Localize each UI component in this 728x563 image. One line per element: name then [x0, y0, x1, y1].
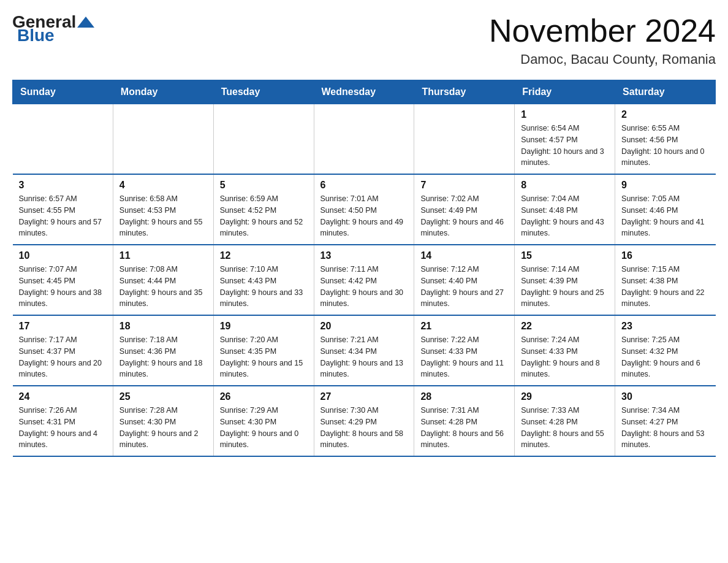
day-number: 17: [19, 321, 107, 332]
calendar-cell: 7Sunrise: 7:02 AMSunset: 4:49 PMDaylight…: [414, 174, 515, 245]
calendar-cell: 24Sunrise: 7:26 AMSunset: 4:31 PMDayligh…: [13, 386, 113, 456]
day-info: Sunrise: 7:01 AMSunset: 4:50 PMDaylight:…: [320, 193, 408, 239]
calendar-cell: 27Sunrise: 7:30 AMSunset: 4:29 PMDayligh…: [314, 386, 414, 456]
day-of-week-header: Wednesday: [314, 80, 414, 104]
day-number: 2: [621, 109, 709, 120]
day-info: Sunrise: 7:21 AMSunset: 4:34 PMDaylight:…: [320, 334, 408, 380]
day-info: Sunrise: 6:55 AMSunset: 4:56 PMDaylight:…: [621, 123, 709, 169]
day-number: 15: [521, 250, 609, 261]
day-of-week-header: Tuesday: [213, 80, 314, 104]
day-number: 8: [521, 180, 609, 191]
calendar-cell: 18Sunrise: 7:18 AMSunset: 4:36 PMDayligh…: [113, 315, 213, 386]
day-info: Sunrise: 6:57 AMSunset: 4:55 PMDaylight:…: [19, 193, 107, 239]
day-info: Sunrise: 7:07 AMSunset: 4:45 PMDaylight:…: [19, 264, 107, 310]
day-number: 10: [19, 250, 107, 261]
day-info: Sunrise: 7:24 AMSunset: 4:33 PMDaylight:…: [521, 334, 609, 380]
calendar-table: SundayMondayTuesdayWednesdayThursdayFrid…: [12, 80, 716, 457]
title-section: November 2024 Damoc, Bacau County, Roman…: [489, 12, 716, 67]
day-number: 23: [621, 321, 709, 332]
day-info: Sunrise: 7:11 AMSunset: 4:42 PMDaylight:…: [320, 264, 408, 310]
day-info: Sunrise: 7:02 AMSunset: 4:49 PMDaylight:…: [420, 193, 508, 239]
day-info: Sunrise: 7:12 AMSunset: 4:40 PMDaylight:…: [420, 264, 508, 310]
day-info: Sunrise: 7:14 AMSunset: 4:39 PMDaylight:…: [521, 264, 609, 310]
day-number: 16: [621, 250, 709, 261]
day-number: 5: [220, 180, 308, 191]
day-number: 22: [521, 321, 609, 332]
logo-blue-text: Blue: [17, 26, 55, 45]
calendar-cell: 21Sunrise: 7:22 AMSunset: 4:33 PMDayligh…: [414, 315, 515, 386]
day-info: Sunrise: 7:30 AMSunset: 4:29 PMDaylight:…: [320, 405, 408, 451]
day-info: Sunrise: 7:10 AMSunset: 4:43 PMDaylight:…: [220, 264, 308, 310]
day-info: Sunrise: 7:08 AMSunset: 4:44 PMDaylight:…: [119, 264, 207, 310]
day-number: 6: [320, 180, 408, 191]
calendar-body: 1Sunrise: 6:54 AMSunset: 4:57 PMDaylight…: [13, 104, 716, 457]
day-number: 3: [19, 180, 107, 191]
day-number: 1: [521, 109, 609, 120]
day-number: 18: [119, 321, 207, 332]
month-title: November 2024: [489, 12, 716, 49]
day-info: Sunrise: 7:34 AMSunset: 4:27 PMDaylight:…: [621, 405, 709, 451]
day-info: Sunrise: 7:18 AMSunset: 4:36 PMDaylight:…: [119, 334, 207, 380]
day-number: 9: [621, 180, 709, 191]
location-title: Damoc, Bacau County, Romania: [489, 52, 716, 67]
day-of-week-header: Thursday: [414, 80, 515, 104]
calendar-cell: 17Sunrise: 7:17 AMSunset: 4:37 PMDayligh…: [13, 315, 113, 386]
day-info: Sunrise: 7:20 AMSunset: 4:35 PMDaylight:…: [220, 334, 308, 380]
day-info: Sunrise: 7:22 AMSunset: 4:33 PMDaylight:…: [420, 334, 508, 380]
day-number: 14: [420, 250, 508, 261]
day-info: Sunrise: 7:15 AMSunset: 4:38 PMDaylight:…: [621, 264, 709, 310]
logo: General Blue: [12, 12, 96, 45]
calendar-week-row: 1Sunrise: 6:54 AMSunset: 4:57 PMDaylight…: [13, 104, 716, 175]
calendar-cell: 15Sunrise: 7:14 AMSunset: 4:39 PMDayligh…: [515, 245, 615, 315]
day-number: 11: [119, 250, 207, 261]
day-number: 29: [521, 391, 609, 402]
calendar-cell: 23Sunrise: 7:25 AMSunset: 4:32 PMDayligh…: [615, 315, 716, 386]
calendar-week-row: 10Sunrise: 7:07 AMSunset: 4:45 PMDayligh…: [13, 245, 716, 315]
day-info: Sunrise: 7:05 AMSunset: 4:46 PMDaylight:…: [621, 193, 709, 239]
calendar-cell: 14Sunrise: 7:12 AMSunset: 4:40 PMDayligh…: [414, 245, 515, 315]
day-number: 4: [119, 180, 207, 191]
day-info: Sunrise: 7:28 AMSunset: 4:30 PMDaylight:…: [119, 405, 207, 451]
day-of-week-header: Sunday: [13, 80, 113, 104]
calendar-cell: 6Sunrise: 7:01 AMSunset: 4:50 PMDaylight…: [314, 174, 414, 245]
day-number: 13: [320, 250, 408, 261]
calendar-week-row: 3Sunrise: 6:57 AMSunset: 4:55 PMDaylight…: [13, 174, 716, 245]
calendar-cell: 29Sunrise: 7:33 AMSunset: 4:28 PMDayligh…: [515, 386, 615, 456]
calendar-cell: 25Sunrise: 7:28 AMSunset: 4:30 PMDayligh…: [113, 386, 213, 456]
calendar-cell: 16Sunrise: 7:15 AMSunset: 4:38 PMDayligh…: [615, 245, 716, 315]
calendar-cell: [213, 104, 314, 175]
day-of-week-header: Saturday: [615, 80, 716, 104]
day-info: Sunrise: 7:17 AMSunset: 4:37 PMDaylight:…: [19, 334, 107, 380]
day-of-week-header: Friday: [515, 80, 615, 104]
day-number: 7: [420, 180, 508, 191]
day-number: 30: [621, 391, 709, 402]
day-info: Sunrise: 7:29 AMSunset: 4:30 PMDaylight:…: [220, 405, 308, 451]
calendar-cell: 30Sunrise: 7:34 AMSunset: 4:27 PMDayligh…: [615, 386, 716, 456]
calendar-cell: [113, 104, 213, 175]
calendar-cell: 4Sunrise: 6:58 AMSunset: 4:53 PMDaylight…: [113, 174, 213, 245]
calendar-header: SundayMondayTuesdayWednesdayThursdayFrid…: [13, 80, 716, 104]
calendar-cell: 9Sunrise: 7:05 AMSunset: 4:46 PMDaylight…: [615, 174, 716, 245]
calendar-cell: [13, 104, 113, 175]
calendar-week-row: 24Sunrise: 7:26 AMSunset: 4:31 PMDayligh…: [13, 386, 716, 456]
day-number: 27: [320, 391, 408, 402]
day-number: 12: [220, 250, 308, 261]
logo-triangle-icon: [77, 17, 94, 28]
day-number: 19: [220, 321, 308, 332]
calendar-cell: [314, 104, 414, 175]
calendar-cell: 10Sunrise: 7:07 AMSunset: 4:45 PMDayligh…: [13, 245, 113, 315]
day-number: 28: [420, 391, 508, 402]
calendar-cell: [414, 104, 515, 175]
day-info: Sunrise: 6:59 AMSunset: 4:52 PMDaylight:…: [220, 193, 308, 239]
day-number: 26: [220, 391, 308, 402]
page-header: General Blue November 2024 Damoc, Bacau …: [12, 12, 716, 67]
day-info: Sunrise: 6:54 AMSunset: 4:57 PMDaylight:…: [521, 123, 609, 169]
day-info: Sunrise: 6:58 AMSunset: 4:53 PMDaylight:…: [119, 193, 207, 239]
calendar-cell: 26Sunrise: 7:29 AMSunset: 4:30 PMDayligh…: [213, 386, 314, 456]
day-number: 20: [320, 321, 408, 332]
day-number: 21: [420, 321, 508, 332]
day-info: Sunrise: 7:31 AMSunset: 4:28 PMDaylight:…: [420, 405, 508, 451]
day-of-week-header: Monday: [113, 80, 213, 104]
day-info: Sunrise: 7:33 AMSunset: 4:28 PMDaylight:…: [521, 405, 609, 451]
calendar-cell: 8Sunrise: 7:04 AMSunset: 4:48 PMDaylight…: [515, 174, 615, 245]
